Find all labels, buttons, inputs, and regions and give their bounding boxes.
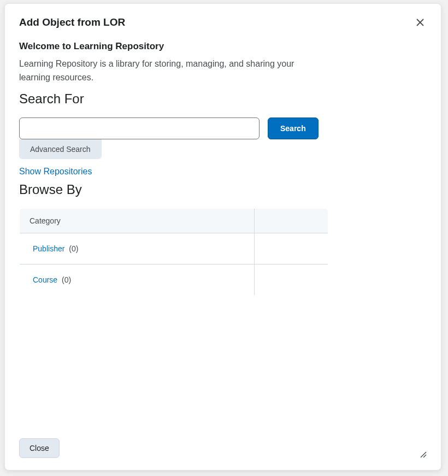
table-cell-empty (255, 233, 328, 264)
modal-body: Welcome to Learning Repository Learning … (5, 34, 441, 428)
search-input[interactable] (19, 117, 260, 139)
svg-line-2 (421, 452, 426, 457)
welcome-description: Learning Repository is a library for sto… (19, 57, 314, 85)
advanced-search-button[interactable]: Advanced Search (19, 139, 102, 159)
search-row: Search (19, 117, 427, 139)
close-button[interactable]: Close (19, 438, 60, 458)
category-link-publisher[interactable]: Publisher (33, 244, 64, 253)
modal-header: Add Object from LOR (5, 4, 441, 34)
welcome-title: Welcome to Learning Repository (19, 41, 427, 52)
table-row: Course (0) (20, 264, 328, 295)
table-header-empty (255, 208, 328, 233)
category-count: (0) (69, 244, 78, 253)
table-row: Publisher (0) (20, 233, 328, 264)
search-button[interactable]: Search (268, 117, 319, 139)
close-icon-button[interactable] (414, 16, 427, 29)
close-icon (416, 19, 424, 26)
modal-title: Add Object from LOR (19, 16, 125, 28)
modal-dialog: Add Object from LOR Welcome to Learning … (4, 3, 441, 471)
show-repositories-link[interactable]: Show Repositories (19, 167, 92, 177)
search-heading: Search For (19, 91, 427, 107)
browse-table: Category Publisher (0) Course (0) (19, 208, 328, 296)
browse-heading: Browse By (19, 182, 427, 197)
modal-footer: Close (5, 428, 441, 470)
category-link-course[interactable]: Course (33, 275, 57, 284)
table-header-category: Category (20, 208, 255, 233)
resize-handle-icon[interactable] (419, 450, 427, 458)
category-count: (0) (62, 275, 71, 284)
table-cell-empty (255, 264, 328, 295)
svg-line-3 (423, 455, 426, 457)
